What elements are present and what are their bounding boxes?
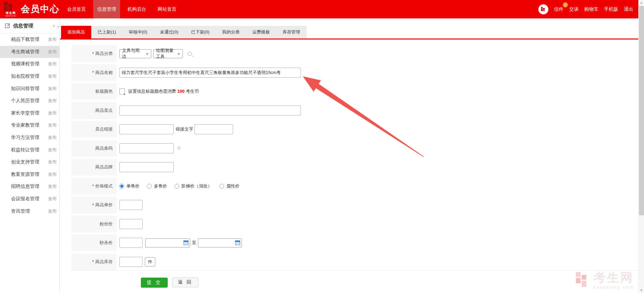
tab-rejected[interactable]: 未通过(0) [154,26,185,39]
category-select-2[interactable]: 绘图测量工具 ∨ [153,49,183,58]
tab-on-shelf[interactable]: 已上架(1) [91,26,122,39]
radio-single-price-label[interactable]: 单售价 [126,183,140,189]
tab-off-shelf[interactable]: 已下架(0) [185,26,216,39]
sidebar-item-famous-school[interactable]: 知名院校管理 发布 [0,70,59,83]
sidebar-item-label: 精品下载管理 [11,36,39,43]
row-product-name: * 商品名称 [71,64,638,81]
mail-link[interactable]: 信件 6 [554,6,564,12]
radio-tier-price-label[interactable]: 阶梯价（混批） [181,183,212,189]
calendar-icon[interactable] [235,240,240,245]
sidebar-item-label: 视频课程管理 [11,61,39,67]
nav-info-manage[interactable]: 信息管理 [93,0,120,18]
publish-link[interactable]: 发布 [48,61,57,67]
publish-link[interactable]: 发布 [48,208,57,214]
radio-tier-price[interactable] [174,184,179,189]
logout-link[interactable]: 退出 [624,6,633,12]
tab-underline [60,39,638,40]
nav-member-home[interactable]: 会员首页 [63,0,90,18]
publish-link[interactable]: 发布 [48,135,57,141]
user-area: 信件 6 交谈 购物车 手机版 退出 [538,0,633,18]
seckill-price-input[interactable] [119,238,143,248]
logo-subtext: kaosheng.com [3,15,18,17]
mobile-version-link[interactable]: 手机版 [604,6,618,12]
cart-link[interactable]: 购物车 [584,6,598,12]
radio-multi-price[interactable] [147,184,152,189]
publish-link[interactable]: 发布 [48,73,57,79]
tab-shipping-template[interactable]: 运费模板 [246,26,276,39]
scrollbar[interactable]: ▲ ▼ [638,0,644,293]
sidebar-item-tutor[interactable]: 专业家教管理 发布 [0,119,59,132]
product-name-input[interactable] [119,68,301,78]
scroll-up-arrow-icon[interactable]: ▲ [639,1,644,4]
sidebar-item-study-method[interactable]: 学习方法管理 发布 [0,132,59,144]
nav-site-home[interactable]: 网站首页 [154,0,180,18]
scroll-down-arrow-icon[interactable]: ▼ [639,289,644,292]
publish-link[interactable]: 发布 [48,196,57,202]
tab-add-product[interactable]: 添加商品 [61,26,91,39]
row-seckill-price: 秒杀价 至 [71,234,638,251]
link-text-input[interactable] [195,124,233,134]
chevron-down-icon[interactable]: ∨ [52,23,55,28]
sidebar-item-resume[interactable]: 个人简历管理 发布 [0,95,59,107]
sidebar-section-header[interactable]: 信息管理 ∨ [0,18,59,33]
site-logo[interactable]: 考生网 kaosheng.com [3,2,18,17]
sidebar-item-student-mall[interactable]: 考生商城管理 发布 [0,46,59,58]
row-brand: 商品品牌 [71,159,638,175]
sidebar-item-rights-transfer[interactable]: 权益转让管理 发布 [0,144,59,156]
radio-attr-price-label[interactable]: 属性价 [226,183,239,189]
sidebar-item-parent-school[interactable]: 家长学堂管理 发布 [0,107,59,120]
barcode-input[interactable] [119,143,174,153]
publish-link[interactable]: 发布 [48,110,57,116]
title-color-label: 标题颜色 [95,88,113,94]
selling-link-label: 卖点链接 [95,126,113,132]
publish-link[interactable]: 发布 [48,122,57,128]
scrollbar-thumb[interactable] [639,6,644,215]
unit-price-input[interactable] [119,200,143,210]
sidebar-item-news[interactable]: 资讯管理 发布 [0,205,59,217]
seckill-start-date-input[interactable] [145,238,190,247]
brand-input[interactable] [119,162,174,172]
publish-link[interactable]: 发布 [48,98,57,104]
publish-link[interactable]: 发布 [48,147,57,153]
calendar-icon[interactable] [183,240,189,245]
selling-point-input[interactable] [119,105,301,116]
selling-link-input[interactable] [119,124,174,134]
search-icon[interactable] [187,52,192,56]
sidebar-section-title: 信息管理 [13,23,33,29]
back-button[interactable]: 返 回 [172,278,199,287]
publish-link[interactable]: 发布 [48,159,57,165]
list-menu-icon[interactable]: ≡ [177,145,181,152]
radio-single-price[interactable] [119,184,124,189]
color-picker-box[interactable] [119,88,125,94]
watermark-logo-block [582,281,586,287]
sidebar-item-recruitment[interactable]: 招聘信息管理 发布 [0,180,59,193]
tab-in-review[interactable]: 审核中(0) [122,26,154,39]
radio-multi-price-label[interactable]: 多售价 [154,183,167,189]
sidebar-item-video-course[interactable]: 视频课程管理 发布 [0,58,59,70]
publish-link[interactable]: 发布 [48,184,57,190]
stock-unit-button[interactable]: 件 [145,257,155,267]
radio-attr-price[interactable] [219,184,224,189]
tab-stock-manage[interactable]: 库存管理 [276,26,307,39]
required-star: * [92,51,94,56]
submit-button[interactable]: 提 交 [141,278,168,288]
publish-link[interactable]: 发布 [48,171,57,177]
stock-input[interactable] [119,257,143,267]
category-select-1[interactable]: 文具与周边 ∨ [119,49,151,58]
publish-link[interactable]: 发布 [48,49,57,55]
sidebar-item-teaching-plan[interactable]: 教案资源管理 发布 [0,168,59,181]
sidebar-collapse-icon[interactable]: ◂ [57,24,59,29]
logo-block [8,4,12,8]
sidebar-item-meeting-signup[interactable]: 会议报名管理 发布 [0,193,59,205]
publish-link[interactable]: 发布 [48,86,57,92]
avatar[interactable] [538,4,548,14]
tab-my-categories[interactable]: 我的分类 [216,26,246,39]
sidebar-item-boutique-download[interactable]: 精品下载管理 发布 [0,33,59,46]
seckill-end-date-input[interactable] [198,238,242,247]
publish-link[interactable]: 发布 [48,36,57,43]
sidebar-item-startup-support[interactable]: 创业支持管理 发布 [0,156,59,168]
fans-price-input[interactable] [119,219,143,229]
sidebar-item-qa[interactable]: 知识问答管理 发布 [0,82,59,95]
nav-org-backend[interactable]: 机构后台 [123,0,150,18]
chat-link[interactable]: 交谈 [569,6,579,12]
